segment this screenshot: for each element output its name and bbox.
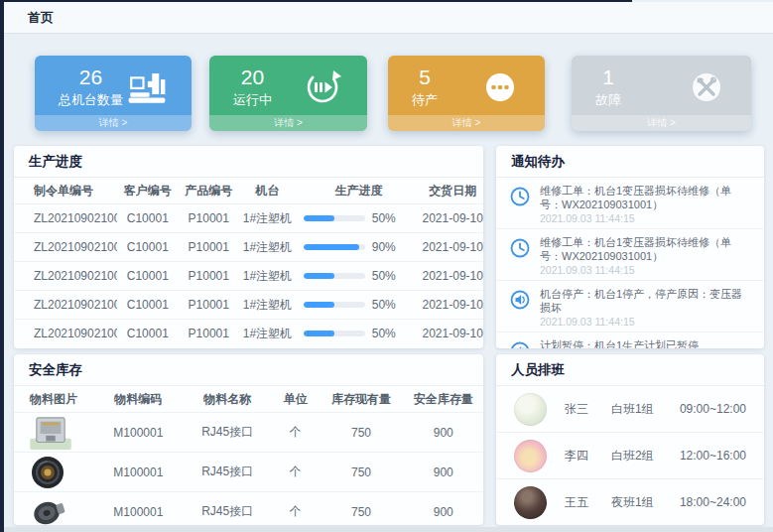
production-table-row: ZL202109021001 C10001 P10001 1#注塑机 50% 2…	[14, 291, 483, 320]
total-machines-value: 26	[59, 66, 123, 89]
col-customer-no: 客户编号	[117, 183, 178, 200]
avatar	[514, 486, 547, 519]
progress-cell: 50%	[296, 211, 423, 225]
stat-card-total-machines[interactable]: 26 总机台数量 详情 >	[35, 56, 192, 131]
notification-text: 机台停产：机台1停产，停产原因：变压器损坏	[540, 287, 751, 315]
unit: 个	[272, 424, 319, 441]
notification-text: 维修工单：机台1变压器损坏待维修（单号：WX202109031001）	[540, 184, 751, 211]
safety-qty: 900	[404, 505, 483, 519]
delivery-date: 2021-09-10	[422, 269, 482, 283]
staff-row: 李四 白班2组 12:00~16:00	[496, 433, 764, 479]
staff-shift: 夜班1组	[611, 494, 680, 511]
delivery-date: 2021-09-10	[422, 211, 482, 225]
clock-icon	[509, 235, 533, 276]
customer-no: C10001	[117, 327, 178, 340]
progress-bar	[304, 244, 365, 250]
notification-item[interactable]: 机台停产：机台1停产，停产原因：变压器损坏 2021.09.03 11:44:1…	[496, 281, 764, 332]
progress-cell: 50%	[296, 269, 423, 283]
notification-item[interactable]: 计划暂停：机台1生产计划已暂停 2021.09.03 11:44:15	[496, 332, 764, 348]
fault-value: 1	[595, 66, 621, 89]
order-no: ZL202109021001	[14, 298, 117, 312]
running-detail-link[interactable]: 详情 >	[209, 115, 367, 131]
material-name: RJ45接口	[183, 424, 272, 441]
progress-bar	[304, 331, 365, 336]
order-no: ZL202109021001	[14, 240, 117, 254]
machine: 1#注塑机	[239, 297, 296, 314]
notification-time: 2021.09.03 11:44:15	[540, 264, 751, 276]
qty-on-hand: 750	[319, 466, 403, 479]
production-table-row: ZL202109021001 C10001 P10001 1#注塑机 50% 2…	[14, 320, 483, 347]
total-machines-label: 总机台数量	[59, 91, 123, 109]
staff-time: 12:00~16:00	[680, 449, 746, 463]
progress-value: 50%	[372, 269, 396, 283]
customer-no: C10001	[117, 298, 178, 312]
total-machines-detail-link[interactable]: 详情 >	[35, 115, 192, 131]
stock-table-row: M100001 RJ45接口 个 750 900	[14, 492, 483, 525]
production-progress-panel: 生产进度 制令单编号 客户编号 产品编号 机台 生产进度 交货日期 ZL2021…	[14, 146, 483, 348]
staff-schedule-title: 人员排班	[496, 354, 764, 386]
staff-time: 09:00~12:00	[680, 402, 746, 416]
progress-cell: 50%	[296, 327, 423, 340]
progress-cell: 50%	[296, 298, 423, 312]
material-code: M100001	[93, 505, 183, 519]
col-product-no: 产品编号	[179, 183, 239, 200]
material-code: M100001	[93, 426, 183, 440]
fault-detail-link[interactable]: 详情 >	[572, 115, 751, 131]
order-no: ZL202109021001	[14, 327, 117, 340]
machine: 1#注塑机	[239, 210, 296, 227]
dashboard-screen: 首页 26 总机台数量 详情 > 20	[0, 0, 773, 532]
unit: 个	[272, 464, 319, 480]
progress-bar	[304, 273, 365, 279]
running-icon	[300, 66, 345, 108]
production-table-row: ZL202109021001 C10001 P10001 1#注塑机 50% 2…	[14, 262, 483, 291]
progress-bar	[304, 215, 365, 221]
qty-on-hand: 750	[319, 426, 403, 440]
col-order-no: 制令单编号	[14, 183, 117, 200]
avatar	[514, 440, 547, 472]
notifications-panel: 通知待办 维修工单：机台1变压器损坏待维修（单号：WX202109031001）…	[496, 146, 764, 348]
col-unit: 单位	[272, 391, 319, 408]
production-table-header: 制令单编号 客户编号 产品编号 机台 生产进度 交货日期	[14, 178, 483, 204]
production-table-row: ZL202109021001 C10001 P10001 1#注塑机 90% 2…	[14, 233, 483, 262]
delivery-date: 2021-09-10	[422, 240, 482, 254]
customer-no: C10001	[117, 211, 178, 225]
notification-item[interactable]: 维修工单：机台1变压器损坏待维修（单号：WX202109031001） 2021…	[496, 229, 764, 281]
stat-card-running[interactable]: 20 运行中 详情 >	[209, 56, 367, 131]
material-code: M100001	[93, 466, 183, 479]
production-table-row: ZL202109021001 C10001 P10001 1#注塑机 50% 2…	[14, 204, 483, 233]
progress-value: 90%	[372, 240, 396, 254]
cone-speaker-image	[14, 495, 93, 526]
notification-text: 计划暂停：机台1生产计划已暂停	[540, 338, 699, 348]
product-no: P10001	[179, 298, 239, 312]
progress-bar	[304, 302, 365, 308]
product-no: P10001	[179, 269, 239, 283]
safety-stock-panel: 安全库存 物料图片 物料编码 物料名称 单位 库存现有量 安全库存量 M1000…	[14, 354, 483, 525]
unit: 个	[272, 503, 319, 520]
delivery-date: 2021-09-10	[422, 298, 482, 312]
material-name: RJ45接口	[183, 464, 272, 480]
waiting-value: 5	[412, 66, 438, 89]
waiting-label: 待产	[412, 91, 438, 109]
notification-time: 2021.09.03 11:44:15	[540, 212, 751, 224]
staff-shift: 白班2组	[611, 448, 680, 465]
staff-time: 18:00~24:00	[680, 495, 746, 509]
notification-text: 维修工单：机台1变压器损坏待维修（单号：WX202109031001）	[540, 235, 751, 263]
staff-name: 王五	[565, 494, 611, 511]
window-left-edge	[0, 0, 4, 532]
notification-time: 2021.09.03 11:44:15	[540, 316, 751, 328]
stat-card-waiting[interactable]: 5 待产 详情 >	[388, 56, 545, 131]
customer-no: C10001	[117, 240, 178, 254]
notification-item[interactable]: 维修工单：机台1变压器损坏待维修（单号：WX202109031001） 2021…	[496, 178, 764, 229]
staff-shift: 白班1组	[611, 401, 680, 418]
waiting-detail-link[interactable]: 详情 >	[388, 115, 545, 131]
staff-name: 张三	[565, 401, 611, 418]
staff-schedule-panel: 人员排班 张三 白班1组 09:00~12:00 李四 白班2组 12:00~1…	[496, 354, 764, 525]
product-no: P10001	[179, 211, 239, 225]
staff-row: 张三 白班1组 09:00~12:00	[496, 386, 764, 433]
qty-on-hand: 750	[319, 505, 403, 519]
col-material-image: 物料图片	[14, 391, 93, 408]
stat-card-fault[interactable]: 1 故障 详情 >	[572, 56, 751, 131]
col-qty-on-hand: 库存现有量	[319, 391, 403, 408]
tab-home[interactable]: 首页	[18, 2, 64, 33]
progress-value: 50%	[372, 298, 396, 312]
